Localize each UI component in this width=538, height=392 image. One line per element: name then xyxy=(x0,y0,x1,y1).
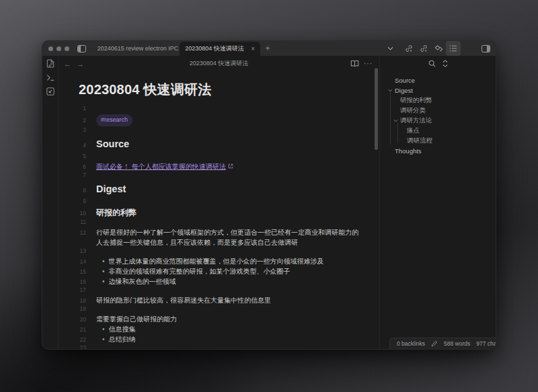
editor-line-16[interactable]: 16•边缘和灰色的一些领域 xyxy=(59,276,379,286)
editor-line-10[interactable]: 10研报的利弊 xyxy=(59,206,379,219)
chevron-down-icon[interactable] xyxy=(393,119,400,122)
editor-pane: ← → 20230804 快速调研法 ··· 20230804 快速调研法 12… xyxy=(59,56,379,349)
tab-label: 20240615 review electron IPC xyxy=(98,45,179,52)
editor-line-18[interactable]: 18研报的隐形门槛比较高，很容易迷失在大量集中性的信息里 xyxy=(59,295,379,305)
line-number: 11 xyxy=(59,219,96,225)
editor-line-19[interactable]: 19 xyxy=(59,305,379,314)
outline-item-Digest[interactable]: Digest xyxy=(380,85,496,95)
outline-item-研报的利弊[interactable]: 研报的利弊 xyxy=(380,95,496,106)
collapse-all-icon[interactable] xyxy=(442,58,449,70)
back-icon[interactable]: ← xyxy=(61,60,74,68)
backlinks-count[interactable]: 0 backlinks xyxy=(397,340,425,347)
line-content: •总结归纳 xyxy=(96,334,360,344)
app-window: 20240615 review electron IPC 20230804 快速… xyxy=(42,40,496,350)
editor-line-9[interactable]: 9 xyxy=(59,198,379,206)
bullet-text: 边缘和灰色的一些领域 xyxy=(109,276,176,286)
editor-line-22[interactable]: 22•总结归纳 xyxy=(59,334,379,344)
outline-item-label: 调研方法论 xyxy=(400,116,432,125)
editor-line-8[interactable]: 8Digest xyxy=(59,180,379,198)
editor-line-3[interactable]: 3 xyxy=(59,126,379,135)
character-count[interactable]: 977 characters xyxy=(476,340,496,347)
tab-list-chevron-down-icon[interactable] xyxy=(383,41,397,56)
zoom-window-button[interactable] xyxy=(65,46,69,51)
tags-icon[interactable] xyxy=(431,41,446,56)
line-content: 研报的隐形门槛比较高，很容易迷失在大量集中性的信息里 xyxy=(96,295,360,305)
editor-line-5[interactable]: 5 xyxy=(59,153,379,161)
editor-line-4[interactable]: 4Source xyxy=(59,135,379,153)
copy-link-icon[interactable] xyxy=(416,41,431,56)
bullet-text: 非商业的领域很难有完整的研报，如某个游戏类型、小众圈子 xyxy=(109,266,291,276)
tab-label: 20230804 快速调研法 xyxy=(185,44,244,53)
indent-guide xyxy=(397,123,398,143)
external-link-icon xyxy=(228,161,233,171)
outline-item-label: 调研分类 xyxy=(400,106,426,115)
traffic-lights xyxy=(42,41,75,56)
indent-guide xyxy=(390,92,391,145)
new-note-icon[interactable] xyxy=(46,58,55,68)
left-sidebar-toggle-icon[interactable] xyxy=(75,41,88,56)
editor-line-2[interactable]: 2#research xyxy=(59,114,379,126)
forward-icon[interactable]: → xyxy=(74,60,87,68)
bullet-icon: • xyxy=(96,256,109,266)
reading-mode-icon[interactable] xyxy=(350,58,359,70)
line-number: 2 xyxy=(59,117,96,124)
tab-close-icon[interactable]: × xyxy=(251,46,255,52)
line-content: 研报的利弊 xyxy=(96,206,360,219)
chevron-down-icon[interactable] xyxy=(388,89,395,92)
close-window-button[interactable] xyxy=(48,46,53,51)
editor-line-17[interactable]: 17 xyxy=(59,286,379,295)
minimize-window-button[interactable] xyxy=(56,46,61,51)
editor-line-7[interactable]: 7 xyxy=(59,171,379,180)
tab-20230804-active[interactable]: 20230804 快速调研法 × xyxy=(180,42,260,56)
line-number: 23 xyxy=(59,344,96,349)
outline-item-Source[interactable]: Source xyxy=(380,75,496,85)
editor-line-11[interactable]: 11 xyxy=(59,219,379,227)
editor-line-21[interactable]: 21•信息搜集 xyxy=(59,324,379,334)
editor-lines: 12#research34Source56面试必备！ 每个人都应该掌握的快速调研… xyxy=(59,105,379,349)
tab-20240615-review-electron-ipc[interactable]: 20240615 review electron IPC xyxy=(96,41,180,56)
editor-line-20[interactable]: 20需要掌握自己做研报的能力 xyxy=(59,314,379,324)
editor[interactable]: 20230804 快速调研法 12#research34Source56面试必备… xyxy=(59,71,379,349)
line-content: #research xyxy=(96,114,360,126)
edit-mode-pencil-icon[interactable] xyxy=(431,340,438,347)
more-options-icon[interactable]: ··· xyxy=(364,60,373,67)
inline-title[interactable]: 20230804 快速调研法 xyxy=(79,81,379,99)
editor-line-6[interactable]: 6面试必备！ 每个人都应该掌握的快速调研法 xyxy=(59,161,379,171)
bullet-icon: • xyxy=(96,334,109,344)
titlebar-actions xyxy=(383,41,496,56)
editor-line-12[interactable]: 12行研是很好的一种了解一个领域框架的方式，但更适合一些已经有一定商业和调研能力… xyxy=(59,227,379,247)
outline-item-label: 调研流程 xyxy=(407,136,432,145)
line-number: 19 xyxy=(59,305,96,312)
add-link-icon[interactable] xyxy=(401,41,416,56)
line-number: 16 xyxy=(59,278,96,285)
outline-view-icon[interactable] xyxy=(446,41,461,56)
insert-template-icon[interactable] xyxy=(46,87,55,96)
line-content: 需要掌握自己做研报的能力 xyxy=(96,314,360,324)
outline-item-调研分类[interactable]: 调研分类 xyxy=(380,106,496,116)
line-content: •边缘和灰色的一些领域 xyxy=(96,276,360,286)
search-icon[interactable] xyxy=(428,58,436,70)
outline-tree: SourceDigest研报的利弊调研分类调研方法论痛点调研流程Thoughts xyxy=(380,71,496,349)
editor-line-13[interactable]: 13 xyxy=(59,247,379,256)
line-number: 1 xyxy=(59,105,96,112)
external-link[interactable]: 面试必备！ 每个人都应该掌握的快速调研法 xyxy=(96,163,226,170)
line-number: 12 xyxy=(59,229,96,236)
tag-pill[interactable]: #research xyxy=(96,114,132,126)
editor-line-14[interactable]: 14•世界上成体量的商业范围都能被覆盖，但是小众的一些方向领域很难涉及 xyxy=(59,256,379,266)
right-sidebar-toggle-icon[interactable] xyxy=(478,41,493,56)
editor-scrollbar-thumb[interactable] xyxy=(375,68,378,150)
line-number: 14 xyxy=(59,258,96,265)
editor-line-1[interactable]: 1 xyxy=(59,105,379,114)
outline-item-Thoughts[interactable]: Thoughts xyxy=(380,146,496,156)
word-count[interactable]: 588 words xyxy=(444,340,470,347)
line-number: 17 xyxy=(59,286,96,293)
editor-line-23[interactable]: 23 xyxy=(59,344,379,349)
line-content: •世界上成体量的商业范围都能被覆盖，但是小众的一些方向领域很难涉及 xyxy=(96,256,360,266)
editor-line-15[interactable]: 15•非商业的领域很难有完整的研报，如某个游戏类型、小众圈子 xyxy=(59,266,379,276)
outline-item-label: Digest xyxy=(395,87,413,94)
new-tab-button[interactable]: + xyxy=(260,41,275,56)
terminal-icon[interactable] xyxy=(46,73,55,82)
line-content: 行研是很好的一种了解一个领域框架的方式，但更适合一些已经有一定商业和调研能力的人… xyxy=(96,227,360,247)
note-title-header: 20230804 快速调研法 xyxy=(59,59,379,68)
bullet-icon: • xyxy=(96,276,109,286)
